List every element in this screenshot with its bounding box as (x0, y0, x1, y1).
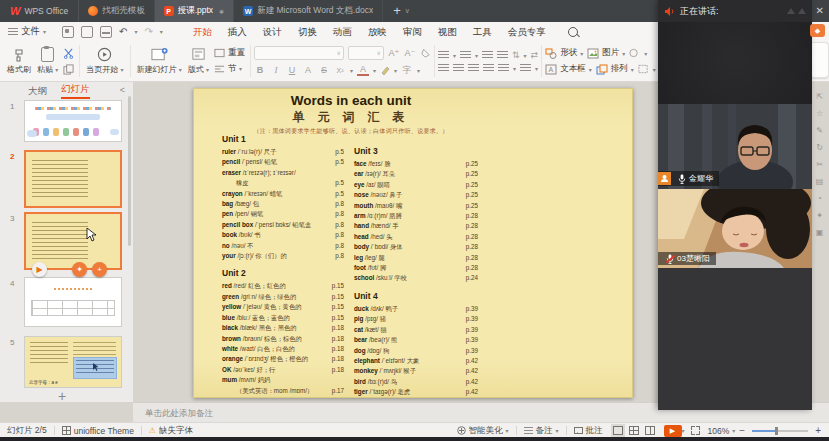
numbering-icon[interactable] (460, 51, 471, 59)
redo-caret-icon[interactable]: ▾ (160, 28, 163, 35)
select-icon[interactable] (638, 64, 649, 74)
ribbon-tab-设计[interactable]: 设计 (255, 22, 290, 41)
italic-button[interactable]: I (270, 65, 282, 75)
text-direction-button[interactable]: ⇅ (512, 50, 520, 60)
highlight-icon[interactable] (380, 65, 390, 75)
window-close-button[interactable]: ✕ (816, 0, 824, 22)
line-spacing-icon[interactable] (498, 64, 509, 72)
superscript-button[interactable]: X² (334, 67, 346, 74)
slides-tab[interactable]: 幻灯片 (61, 83, 90, 99)
video-feed-participant-1[interactable]: 金耀华 (658, 104, 812, 189)
sidebar-box-icon[interactable]: ▣ (816, 228, 824, 237)
zoom-slider-handle[interactable] (775, 427, 778, 435)
theme-item[interactable]: unioffice Theme (55, 426, 141, 436)
zoom-out-button[interactable]: − (737, 425, 747, 436)
slide-thumbnail-4[interactable] (24, 277, 122, 327)
shapes-button[interactable]: 形状▾ (545, 47, 583, 59)
slide-sorter-view-button[interactable] (629, 426, 639, 435)
slide-thumbnail-5[interactable]: 元音字母：a e (24, 336, 122, 388)
new-slide-button[interactable]: 新建幻灯片 ▾ (134, 47, 185, 75)
ribbon-tab-审阅[interactable]: 审阅 (395, 22, 430, 41)
ribbon-tab-切换[interactable]: 切换 (290, 22, 325, 41)
indent-icon[interactable] (497, 51, 508, 59)
sidebar-edit-icon[interactable]: ✎ (816, 126, 823, 135)
redo-icon[interactable]: ↷ (144, 26, 152, 37)
print-icon[interactable] (100, 26, 112, 38)
sidebar-clock-icon[interactable]: ◔ (817, 194, 822, 203)
ribbon-tab-会员专享[interactable]: 会员专享 (500, 22, 554, 41)
thumbnail-beautify-button[interactable]: ✦ (72, 262, 87, 277)
zoom-slider[interactable] (752, 430, 808, 432)
video-call-panel[interactable]: 正在讲话: (658, 0, 812, 410)
shadow-button[interactable]: A (302, 65, 314, 75)
font-color-button[interactable]: A (357, 64, 369, 76)
arrange-button[interactable]: 排列▾ (596, 63, 634, 75)
thumbnail-scrollbar[interactable] (128, 96, 131, 246)
new-tab-button[interactable]: + (383, 0, 405, 22)
sidebar-cut-icon[interactable]: ✂ (816, 160, 823, 169)
format-painter-button[interactable]: 格式刷 (4, 48, 34, 75)
ribbon-tab-开始[interactable]: 开始 (185, 22, 220, 41)
chart-icon[interactable] (629, 48, 640, 58)
video-feed-empty[interactable] (658, 22, 812, 104)
beautify-button[interactable]: 智能美化▾ (450, 425, 516, 437)
outline-tab[interactable]: 大纲 (28, 85, 47, 98)
call-option-icon[interactable] (798, 8, 806, 14)
align-center-icon[interactable] (453, 64, 464, 72)
call-option-icon[interactable] (787, 8, 795, 14)
strikethrough-button[interactable]: S (318, 65, 330, 75)
char-spacing-button[interactable]: 字 (401, 64, 413, 77)
zoom-level[interactable]: 106%▾ (706, 426, 738, 436)
collapse-panel-icon[interactable]: < (120, 85, 125, 95)
document-tab[interactable]: W新建 Microsoft Word 文档.docx (234, 0, 383, 22)
increase-font-button[interactable]: A⁺ (388, 48, 400, 58)
columns-icon[interactable] (520, 64, 531, 72)
ribbon-tab-动画[interactable]: 动画 (325, 22, 360, 41)
font-size-combo[interactable]: ∨ (348, 46, 384, 60)
video-feed-participant-2[interactable]: 03楚晰阳 (658, 189, 812, 268)
underline-button[interactable]: U (286, 65, 298, 75)
outdent-icon[interactable] (482, 51, 493, 59)
sidebar-star-icon[interactable]: ☆ (816, 109, 823, 118)
align-right-icon[interactable] (468, 64, 479, 72)
section-button[interactable]: 节 ▾ (214, 63, 245, 75)
normal-view-button[interactable] (613, 426, 623, 435)
bold-button[interactable]: B (254, 65, 266, 75)
wps-home-tab[interactable]: W WPS Office (0, 0, 79, 22)
new-tab-caret-icon[interactable]: ∨ (405, 0, 410, 22)
save-icon[interactable] (62, 26, 74, 38)
copy-icon[interactable] (63, 64, 74, 75)
ribbon-tab-视图[interactable]: 视图 (430, 22, 465, 41)
add-slide-button[interactable]: + (58, 388, 66, 404)
textbox-button[interactable]: A 文本框▾ (545, 63, 592, 75)
decrease-font-button[interactable]: A⁻ (404, 48, 416, 58)
cut-icon[interactable] (63, 48, 74, 59)
output-icon[interactable] (81, 26, 93, 38)
notes-toggle-button[interactable]: 备注▾ (517, 425, 566, 437)
member-badge-icon[interactable]: ◆ (810, 24, 825, 37)
thumbnail-play-button[interactable]: ▶ (32, 262, 47, 277)
slide-page[interactable]: Words in each unit 单 元 词 汇 表 （注：黑体词要求学生能… (193, 88, 633, 398)
missing-font-warning[interactable]: ⚠ 缺失字体 (142, 425, 200, 437)
slide-thumbnail-2[interactable] (24, 150, 122, 208)
side-tool-box[interactable] (810, 42, 829, 78)
sidebar-refresh-icon[interactable]: ↻ (816, 143, 823, 152)
undo-icon[interactable]: ↶ (119, 26, 127, 37)
paste-button[interactable]: 粘贴 ▾ (34, 47, 61, 75)
file-menu[interactable]: 文件 ▾ (0, 25, 54, 38)
slide-thumbnail-1[interactable] (24, 100, 122, 142)
ribbon-tab-插入[interactable]: 插入 (220, 22, 255, 41)
font-family-combo[interactable]: ∨ (254, 46, 344, 60)
convert-smartart-button[interactable]: ⇄ (531, 50, 539, 60)
sidebar-panel-icon[interactable]: ▤ (816, 177, 824, 186)
align-left-icon[interactable] (438, 64, 449, 72)
ribbon-tab-放映[interactable]: 放映 (360, 22, 395, 41)
slideshow-play-button[interactable]: ▶ (664, 425, 682, 437)
clear-format-icon[interactable] (420, 48, 431, 58)
reading-view-button[interactable] (645, 426, 655, 435)
fullscreen-icon[interactable] (691, 426, 700, 435)
call-panel-header[interactable]: 正在讲话: (658, 0, 812, 22)
undo-caret-icon[interactable]: ▾ (134, 28, 137, 35)
reset-button[interactable]: 重置 (214, 47, 245, 59)
sidebar-share-icon[interactable]: ⇱ (816, 92, 823, 101)
